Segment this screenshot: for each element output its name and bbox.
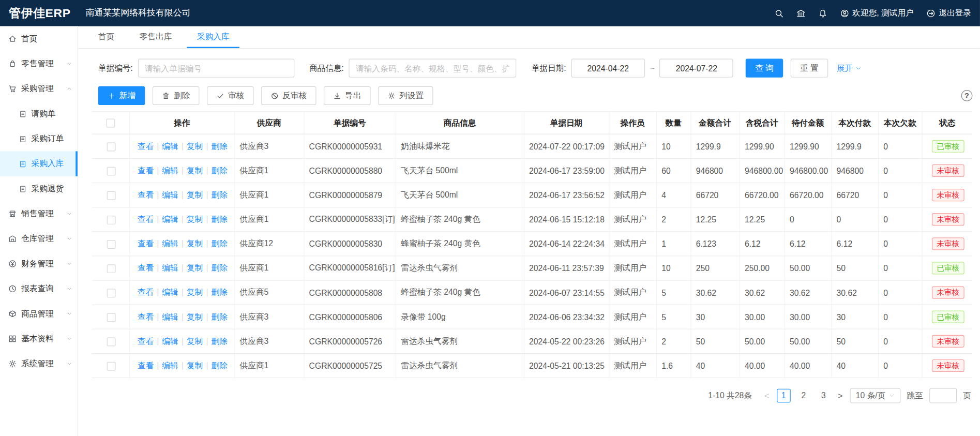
- column-settings-button[interactable]: 列设置: [378, 86, 433, 105]
- page-button-2[interactable]: 2: [796, 389, 810, 403]
- header-bell-button[interactable]: [818, 8, 827, 18]
- select-all-checkbox[interactable]: [106, 119, 115, 128]
- sidebar-item-purchase-order[interactable]: 采购订单: [0, 126, 78, 151]
- sidebar-item-purchase[interactable]: 采购管理: [0, 76, 78, 101]
- row-action-view[interactable]: 查看: [138, 215, 154, 224]
- row-action-view[interactable]: 查看: [138, 239, 154, 248]
- row-action-view[interactable]: 查看: [138, 263, 154, 273]
- page-size-select[interactable]: 10 条/页: [850, 388, 901, 403]
- export-button[interactable]: 导出: [324, 86, 371, 105]
- delete-button[interactable]: 删除: [153, 86, 200, 105]
- row-action-edit[interactable]: 编辑: [162, 312, 178, 321]
- row-action-delete[interactable]: 删除: [212, 239, 228, 248]
- row-action-edit[interactable]: 编辑: [162, 141, 178, 151]
- add-button[interactable]: 新增: [98, 86, 145, 105]
- sidebar-item-purchase-return[interactable]: 采购退货: [0, 176, 78, 201]
- sidebar-item-goods[interactable]: 商品管理: [0, 301, 78, 326]
- row-action-delete[interactable]: 删除: [212, 360, 228, 370]
- row-action-delete[interactable]: 删除: [212, 215, 228, 224]
- row-action-copy[interactable]: 复制: [187, 336, 203, 345]
- row-action-edit[interactable]: 编辑: [162, 239, 178, 248]
- reset-button[interactable]: 重 置: [791, 59, 828, 78]
- page-button-1[interactable]: 1: [777, 389, 791, 403]
- row-action-view[interactable]: 查看: [138, 190, 154, 199]
- tab-purchase-inbound[interactable]: 采购入库: [187, 26, 239, 48]
- row-action-edit[interactable]: 编辑: [162, 288, 178, 297]
- qty-cell: 2: [656, 329, 690, 353]
- sidebar-item-basic-data[interactable]: 基本资料: [0, 326, 78, 351]
- audit-button[interactable]: 审核: [207, 86, 254, 105]
- date-start-input[interactable]: [571, 59, 645, 78]
- next-page-button[interactable]: >: [837, 391, 844, 400]
- row-checkbox[interactable]: [107, 337, 115, 346]
- row-action-view[interactable]: 查看: [138, 141, 154, 151]
- header-building-button[interactable]: [796, 8, 805, 18]
- row-action-delete[interactable]: 删除: [212, 141, 228, 151]
- row-checkbox[interactable]: [107, 191, 115, 200]
- row-action-view[interactable]: 查看: [138, 166, 154, 175]
- row-action-view[interactable]: 查看: [138, 360, 154, 370]
- sidebar-item-sales[interactable]: 销售管理: [0, 201, 78, 226]
- row-checkbox[interactable]: [107, 264, 115, 273]
- logout-button[interactable]: 退出登录: [926, 8, 971, 19]
- row-action-delete[interactable]: 删除: [212, 190, 228, 199]
- product-info-input[interactable]: [349, 59, 517, 78]
- row-checkbox[interactable]: [107, 240, 115, 249]
- sidebar-item-report[interactable]: 报表查询: [0, 276, 78, 301]
- row-action-edit[interactable]: 编辑: [162, 336, 178, 345]
- logout-icon: [926, 8, 936, 18]
- prev-page-button[interactable]: <: [763, 391, 771, 400]
- row-action-delete[interactable]: 删除: [212, 288, 228, 297]
- row-checkbox[interactable]: [107, 167, 115, 175]
- sidebar-item-system[interactable]: 系统管理: [0, 351, 78, 376]
- row-action-edit[interactable]: 编辑: [162, 263, 178, 273]
- row-action-copy[interactable]: 复制: [187, 141, 203, 151]
- jump-to-input[interactable]: [929, 388, 957, 403]
- sidebar-item-home[interactable]: 首页: [0, 26, 78, 51]
- sidebar-item-purchase-inbound[interactable]: 采购入库: [0, 151, 78, 176]
- row-action-delete[interactable]: 删除: [212, 166, 228, 175]
- sidebar-item-warehouse[interactable]: 仓库管理: [0, 226, 78, 251]
- row-action-copy[interactable]: 复制: [187, 312, 203, 321]
- row-checkbox[interactable]: [107, 142, 115, 151]
- row-action-view[interactable]: 查看: [138, 288, 154, 297]
- trash-icon: [162, 92, 170, 100]
- row-action-edit[interactable]: 编辑: [162, 215, 178, 224]
- header-search-button[interactable]: [774, 8, 783, 18]
- row-action-view[interactable]: 查看: [138, 312, 154, 321]
- sidebar-item-finance[interactable]: 财务管理: [0, 251, 78, 276]
- row-action-edit[interactable]: 编辑: [162, 166, 178, 175]
- sidebar-item-purchase-request[interactable]: 请购单: [0, 101, 78, 126]
- row-action-edit[interactable]: 编辑: [162, 190, 178, 199]
- row-checkbox[interactable]: [107, 216, 115, 224]
- sidebar-item-label: 财务管理: [21, 258, 54, 269]
- row-checkbox[interactable]: [107, 362, 115, 370]
- row-action-delete[interactable]: 删除: [212, 312, 228, 321]
- row-action-copy[interactable]: 复制: [187, 166, 203, 175]
- row-action-edit[interactable]: 编辑: [162, 360, 178, 370]
- bill-no-input[interactable]: [138, 59, 294, 78]
- row-action-copy[interactable]: 复制: [187, 360, 203, 370]
- row-action-copy[interactable]: 复制: [187, 215, 203, 224]
- date-end-input[interactable]: [660, 59, 734, 78]
- welcome-user[interactable]: 欢迎您, 测试用户: [840, 8, 914, 19]
- search-button[interactable]: 查 询: [746, 59, 783, 78]
- row-action-delete[interactable]: 删除: [212, 263, 228, 273]
- row-action-copy[interactable]: 复制: [187, 239, 203, 248]
- sidebar-item-retail[interactable]: 零售管理: [0, 51, 78, 76]
- row-action-delete[interactable]: 删除: [212, 336, 228, 345]
- row-checkbox[interactable]: [107, 313, 115, 322]
- status-cell: 已审核: [922, 305, 973, 329]
- button-label: 删除: [174, 90, 190, 101]
- row-checkbox[interactable]: [107, 289, 115, 297]
- page-button-3[interactable]: 3: [817, 389, 831, 403]
- row-action-view[interactable]: 查看: [138, 336, 154, 345]
- tab-retail-outbound[interactable]: 零售出库: [129, 26, 182, 48]
- tab-home[interactable]: 首页: [88, 26, 124, 48]
- unaudit-button[interactable]: 反审核: [261, 86, 316, 105]
- row-action-copy[interactable]: 复制: [187, 190, 203, 199]
- expand-toggle[interactable]: 展开: [837, 63, 862, 74]
- row-action-copy[interactable]: 复制: [187, 288, 203, 297]
- help-icon[interactable]: ?: [961, 90, 973, 101]
- row-action-copy[interactable]: 复制: [187, 263, 203, 273]
